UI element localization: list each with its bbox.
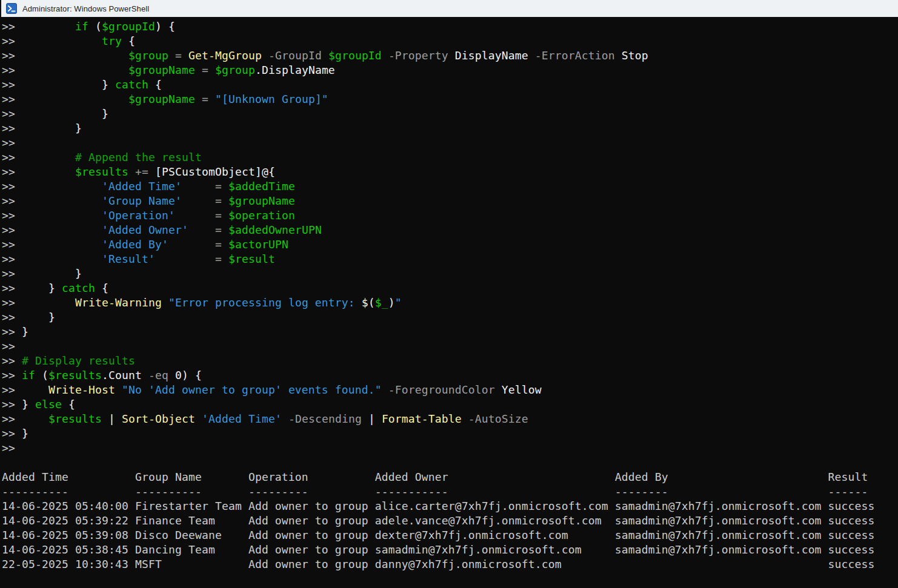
table-header-row: Added Time Group Name Operation Added Ow…: [2, 470, 898, 484]
terminal-line: >> }: [2, 107, 898, 121]
terminal-line: >> }: [2, 426, 898, 441]
terminal-line: >> $group = Get-MgGroup -GroupId $groupI…: [2, 48, 898, 63]
terminal-line: >> $groupName = $group.DisplayName: [2, 63, 898, 78]
terminal-line: >> Write-Warning "Error processing log e…: [2, 296, 898, 310]
terminal-line: >>: [2, 339, 898, 354]
terminal-output[interactable]: >> if ($groupId) {>> try {>> $group = Ge…: [0, 17, 898, 588]
terminal-blank-line: [2, 455, 898, 470]
terminal-line: >> $groupName = "[Unknown Group]": [2, 92, 898, 107]
table-row: 14-06-2025 05:38:45 Dancing Team Add own…: [2, 543, 898, 557]
powershell-icon: [6, 3, 17, 14]
terminal-line: >> $results += [PSCustomObject]@{: [2, 165, 898, 179]
terminal-line: >> }: [2, 266, 898, 281]
terminal-line: >> 'Operation' = $operation: [2, 208, 898, 223]
terminal-line: >> 'Added Owner' = $addedOwnerUPN: [2, 223, 898, 237]
terminal-line: >>: [2, 136, 898, 150]
window-title: Administrator: Windows PowerShell: [22, 4, 149, 13]
terminal-line: >> 'Result' = $result: [2, 252, 898, 266]
table-row: 14-06-2025 05:39:22 Finance Team Add own…: [2, 514, 898, 528]
terminal-line: >> Write-Host "No 'Add owner to group' e…: [2, 383, 898, 397]
terminal-line: >> 'Group Name' = $groupName: [2, 194, 898, 208]
terminal-line: >> 'Added Time' = $addedTime: [2, 179, 898, 194]
terminal-line: >> } else {: [2, 397, 898, 412]
terminal-line: >> $results | Sort-Object 'Added Time' -…: [2, 412, 898, 426]
terminal-line: >> # Append the result: [2, 150, 898, 165]
table-row: 14-06-2025 05:39:08 Disco Deewane Add ow…: [2, 528, 898, 543]
table-row: 22-05-2025 10:30:43 MSFT Add owner to gr…: [2, 557, 898, 572]
terminal-line: >> if ($groupId) {: [2, 19, 898, 34]
terminal-line: >> } catch {: [2, 281, 898, 296]
terminal-line: >> }: [2, 310, 898, 325]
terminal-line: >> 'Added By' = $actorUPN: [2, 237, 898, 252]
table-row: 14-06-2025 05:40:00 Firestarter Team Add…: [2, 499, 898, 514]
terminal-line: >>: [2, 441, 898, 455]
terminal-line: >> }: [2, 325, 898, 339]
terminal-line: >> } catch {: [2, 78, 898, 92]
terminal-line: >> try {: [2, 34, 898, 48]
table-separator-row: ---------- ---------- --------- --------…: [2, 484, 898, 499]
terminal-line: >> # Display results: [2, 354, 898, 368]
terminal-line: >> }: [2, 121, 898, 136]
title-bar: Administrator: Windows PowerShell: [0, 0, 898, 17]
terminal-line: >> if ($results.Count -eq 0) {: [2, 368, 898, 383]
